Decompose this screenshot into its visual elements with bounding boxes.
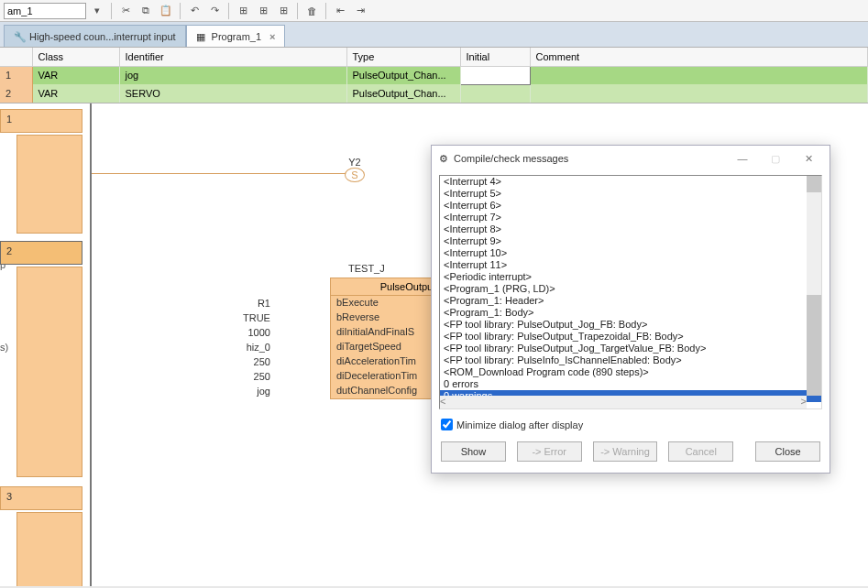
network-icon-1[interactable]: ⊞ xyxy=(234,2,252,20)
row-number: 1 xyxy=(0,66,32,84)
copy-icon[interactable]: ⧉ xyxy=(137,2,155,20)
side-label: s) xyxy=(0,342,13,424)
cut-icon[interactable]: ✂ xyxy=(116,2,135,20)
fb-input[interactable]: TRUE xyxy=(243,312,276,327)
message-item[interactable]: <Interrupt 8> xyxy=(440,223,821,235)
message-item[interactable]: <Program_1 (PRG, LD)> xyxy=(440,283,821,295)
show-button[interactable]: Show xyxy=(441,441,506,462)
side-labels: p s) xyxy=(0,259,13,424)
message-item[interactable]: <ROM_Download Program code (890 steps)> xyxy=(440,366,821,378)
doc-name-field[interactable] xyxy=(4,3,86,19)
minimize-checkbox-row[interactable]: Minimize dialog after display xyxy=(432,413,830,436)
compile-dialog: ⚙ Compile/check messages — ▢ ✕ <Interrup… xyxy=(431,145,830,474)
col-identifier[interactable]: Identifier xyxy=(119,48,346,66)
dialog-title: Compile/check messages xyxy=(454,153,568,164)
fb-instance-name[interactable]: TEST_J xyxy=(348,263,385,274)
goto-error-button[interactable]: -> Error xyxy=(517,441,582,462)
fb-input[interactable]: R1 xyxy=(243,298,276,312)
col-initial[interactable]: Initial xyxy=(460,48,530,66)
scrollbar-horizontal[interactable]: <> xyxy=(440,396,807,408)
cell-class[interactable]: VAR xyxy=(32,84,119,103)
network-header-3[interactable]: 3 xyxy=(0,486,82,510)
message-item[interactable]: <FP tool library: PulseOutput_Jog_FB: Bo… xyxy=(440,319,821,331)
goto-warning-button[interactable]: -> Warning xyxy=(593,441,658,462)
cell-comment[interactable] xyxy=(530,66,868,84)
fb-input[interactable]: jog xyxy=(243,386,276,400)
side-label: p xyxy=(0,259,13,342)
network-body-1[interactable] xyxy=(16,135,82,234)
main-toolbar: ▾ ✂ ⧉ 📋 ↶ ↷ ⊞ ⊞ ⊞ 🗑 ⇤ ⇥ xyxy=(0,0,868,22)
fb-input[interactable]: hiz_0 xyxy=(243,342,276,356)
close-icon[interactable]: × xyxy=(269,31,275,42)
col-num xyxy=(0,48,32,66)
fb-input[interactable]: 250 xyxy=(243,356,276,371)
variable-grid: Class Identifier Type Initial Comment 1 … xyxy=(0,47,868,103)
message-item[interactable]: <Interrupt 7> xyxy=(440,212,821,223)
message-item[interactable]: <Program_1: Header> xyxy=(440,295,821,307)
message-item[interactable]: <Program_1: Body> xyxy=(440,307,821,319)
message-item[interactable]: <FP tool library: PulseOutput_Jog_Target… xyxy=(440,343,821,354)
paste-icon[interactable]: 📋 xyxy=(157,2,175,20)
tab-label: Program_1 xyxy=(212,31,261,42)
message-list[interactable]: <Interrupt 4><Interrupt 5><Interrupt 6><… xyxy=(439,175,822,409)
grid-row[interactable]: 1 VAR jog PulseOutput_Chan... xyxy=(0,66,868,84)
minimize-icon[interactable]: — xyxy=(729,149,756,168)
grid-header-row: Class Identifier Type Initial Comment xyxy=(0,48,868,66)
col-type[interactable]: Type xyxy=(346,48,460,66)
fb-input[interactable]: 1000 xyxy=(243,327,276,342)
message-item[interactable]: <Interrupt 4> xyxy=(440,176,821,188)
tab-label: High-speed coun...interrupt input xyxy=(29,31,176,42)
scroll-up-icon[interactable] xyxy=(807,176,821,192)
network-header-1[interactable]: 1 xyxy=(0,109,82,133)
message-item[interactable]: 0 errors xyxy=(440,378,821,390)
message-item[interactable]: <FP tool library: PulseInfo_IsChannelEna… xyxy=(440,354,821,366)
close-button[interactable]: Close xyxy=(755,441,820,462)
close-icon[interactable]: ✕ xyxy=(795,149,822,168)
network-icon-2[interactable]: ⊞ xyxy=(254,2,272,20)
output-coil[interactable]: Y2 S xyxy=(345,157,365,182)
coil-label: Y2 xyxy=(345,157,365,168)
network-icon-3[interactable]: ⊞ xyxy=(274,2,292,20)
wire xyxy=(92,173,348,174)
undo-icon[interactable]: ↶ xyxy=(185,2,203,20)
cell-initial[interactable] xyxy=(460,84,530,103)
program-icon: ▦ xyxy=(196,31,207,42)
cell-type[interactable]: PulseOutput_Chan... xyxy=(346,84,460,103)
cell-class[interactable]: VAR xyxy=(32,66,119,84)
message-item[interactable]: <Interrupt 5> xyxy=(440,188,821,200)
message-item[interactable]: <Interrupt 11> xyxy=(440,259,821,271)
grid-row[interactable]: 2 VAR SERVO PulseOutput_Chan... xyxy=(0,84,868,103)
cell-identifier[interactable]: SERVO xyxy=(119,84,346,103)
col-class[interactable]: Class xyxy=(32,48,119,66)
cancel-button[interactable]: Cancel xyxy=(668,441,733,462)
col-comment[interactable]: Comment xyxy=(530,48,868,66)
network-body-3[interactable] xyxy=(16,512,82,586)
network-body-2[interactable] xyxy=(16,267,82,477)
message-item[interactable]: <Interrupt 9> xyxy=(440,235,821,247)
tab-program1[interactable]: ▦ Program_1 × xyxy=(186,25,286,47)
minimize-checkbox[interactable] xyxy=(441,419,453,430)
scroll-thumb[interactable] xyxy=(807,295,821,382)
message-item[interactable]: <Interrupt 6> xyxy=(440,200,821,212)
indent-right-icon[interactable]: ⇥ xyxy=(351,2,369,20)
maximize-icon[interactable]: ▢ xyxy=(762,149,789,168)
message-item[interactable]: <FP tool library: PulseOutput_Trapezoida… xyxy=(440,331,821,343)
indent-left-icon[interactable]: ⇤ xyxy=(331,2,349,20)
message-item[interactable]: <Interrupt 10> xyxy=(440,247,821,259)
wrench-icon: 🔧 xyxy=(14,31,25,42)
power-rail xyxy=(90,103,92,586)
redo-icon[interactable]: ↷ xyxy=(205,2,224,20)
cell-type[interactable]: PulseOutput_Chan... xyxy=(346,66,460,84)
tab-highspeed[interactable]: 🔧 High-speed coun...interrupt input xyxy=(4,25,186,47)
cell-initial[interactable] xyxy=(460,66,530,84)
cell-comment[interactable] xyxy=(530,84,868,103)
dropdown-icon[interactable]: ▾ xyxy=(88,2,106,20)
cell-identifier[interactable]: jog xyxy=(119,66,346,84)
network-header-2[interactable]: 2 xyxy=(0,241,82,265)
scrollbar-vertical[interactable] xyxy=(807,176,821,396)
scroll-down-icon[interactable] xyxy=(807,379,821,396)
delete-icon[interactable]: 🗑 xyxy=(302,2,321,20)
message-item[interactable]: <Periodic interrupt> xyxy=(440,271,821,283)
fb-input[interactable]: 250 xyxy=(243,371,276,386)
dialog-titlebar[interactable]: ⚙ Compile/check messages — ▢ ✕ xyxy=(432,146,830,171)
